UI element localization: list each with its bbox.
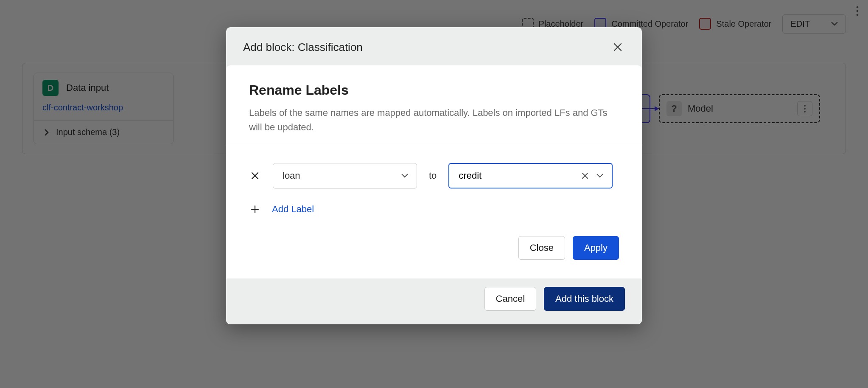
to-label: to [429, 170, 437, 181]
chevron-down-icon [596, 174, 603, 178]
add-block-modal-header: Add block: Classification [226, 27, 642, 65]
rename-labels-description: Labels of the same names are mapped auto… [249, 106, 610, 135]
add-label-row: Add Label [249, 204, 619, 215]
from-label-dropdown-toggle[interactable] [400, 172, 410, 180]
rename-labels-form: loan to [226, 145, 642, 236]
apply-button[interactable]: Apply [573, 236, 619, 260]
close-modal-button[interactable] [610, 40, 625, 54]
add-block-button[interactable]: Add this block [544, 287, 625, 311]
rename-labels-title: Rename Labels [249, 82, 619, 98]
from-label-select[interactable]: loan [273, 163, 417, 188]
rename-labels-footer: Close Apply [226, 236, 642, 278]
cancel-button[interactable]: Cancel [484, 287, 536, 311]
add-label-link[interactable]: Add Label [272, 204, 314, 215]
close-button[interactable]: Close [518, 236, 565, 260]
add-block-modal-footer: Cancel Add this block [226, 278, 642, 324]
rename-labels-modal: Rename Labels Labels of the same names a… [226, 65, 642, 278]
to-label-field[interactable] [459, 170, 575, 181]
add-block-modal: Add block: Classification Rename Labels … [226, 27, 642, 324]
chevron-down-icon [401, 174, 408, 178]
remove-mapping-button[interactable] [249, 170, 261, 182]
modal-overlay: Add block: Classification Rename Labels … [0, 0, 868, 388]
add-block-modal-title: Add block: Classification [243, 41, 363, 54]
from-label-value: loan [283, 170, 300, 181]
close-icon [251, 172, 259, 180]
to-label-input[interactable] [448, 163, 613, 188]
label-mapping-row: loan to [249, 163, 619, 188]
close-icon [613, 42, 622, 52]
to-label-dropdown-toggle[interactable] [595, 172, 605, 180]
close-icon [581, 172, 589, 180]
plus-icon [251, 205, 259, 214]
clear-to-label-button[interactable] [580, 170, 591, 181]
